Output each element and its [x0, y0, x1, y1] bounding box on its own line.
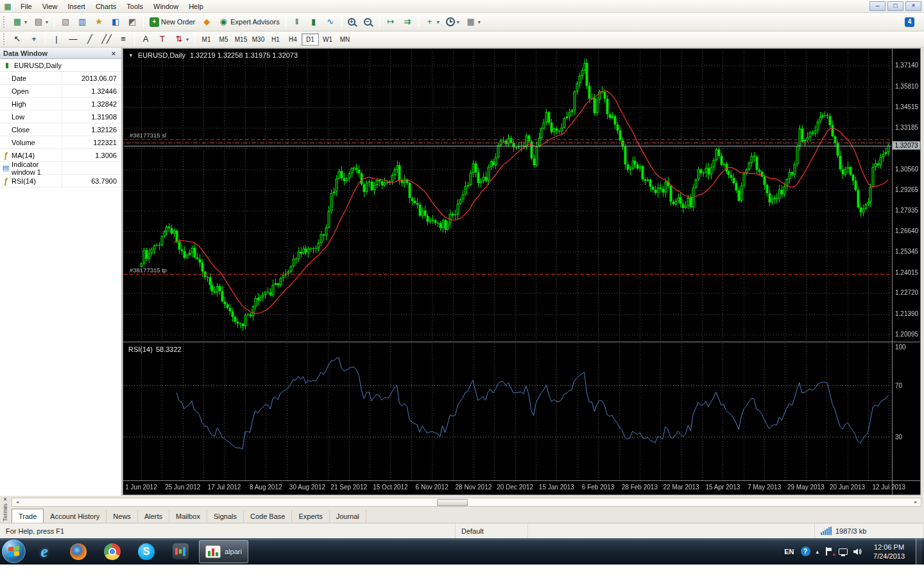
- tab-alerts[interactable]: Alerts: [138, 510, 169, 523]
- templates-button[interactable]: ▦▾: [463, 15, 484, 29]
- chart-candles-icon: ▮: [309, 17, 319, 27]
- text-label-button[interactable]: T: [154, 32, 171, 46]
- internet-explorer-button[interactable]: e: [29, 540, 60, 563]
- auto-scroll-button[interactable]: ↦: [382, 15, 399, 29]
- candlestick-chart-button[interactable]: ▮: [305, 15, 322, 29]
- tab-trade[interactable]: Trade: [12, 509, 44, 523]
- tray-expand-icon[interactable]: ▴: [816, 548, 819, 555]
- firefox-button[interactable]: [63, 540, 94, 563]
- profiles-button[interactable]: ▧: [57, 15, 74, 29]
- navigator-button[interactable]: ★: [90, 15, 107, 29]
- action-center-icon[interactable]: ×: [825, 547, 833, 556]
- menu-tools[interactable]: Tools: [121, 1, 148, 12]
- metatrader-alpari-button[interactable]: alpari: [199, 540, 248, 563]
- indicators-button[interactable]: +▾: [422, 15, 443, 29]
- timeframe-w1[interactable]: W1: [319, 33, 336, 46]
- data-window-row: Date2013.06.07: [0, 72, 121, 85]
- zoom-in-button[interactable]: +: [345, 15, 361, 29]
- price-chart-canvas[interactable]: [123, 49, 920, 495]
- timeframe-mn[interactable]: MN: [336, 33, 354, 46]
- crosshair-button[interactable]: +: [26, 32, 42, 46]
- cursor-button[interactable]: ↖: [9, 32, 26, 46]
- terminal-close-icon[interactable]: ×: [3, 496, 7, 504]
- line-chart-button[interactable]: ∿: [322, 15, 339, 29]
- bar-chart-button[interactable]: ‖: [289, 15, 305, 29]
- skype-icon: S: [138, 543, 155, 560]
- taskbar-clock[interactable]: 12:06 PM 7/24/2013: [869, 543, 909, 561]
- minimize-button[interactable]: –: [869, 1, 886, 11]
- menu-window[interactable]: Window: [148, 1, 184, 12]
- tab-mailbox[interactable]: Mailbox: [169, 510, 207, 523]
- chart-shift-button[interactable]: ⇉: [399, 15, 416, 29]
- scroll-right-icon[interactable]: ▸: [911, 498, 921, 506]
- tab-news[interactable]: News: [107, 510, 138, 523]
- timeframe-m15[interactable]: M15: [232, 33, 250, 46]
- zoom-out-button[interactable]: −: [361, 15, 377, 29]
- menu-view[interactable]: View: [37, 1, 63, 12]
- menu-help[interactable]: Help: [184, 1, 209, 12]
- scrollbar-thumb[interactable]: [437, 499, 468, 506]
- status-spacer: [528, 523, 815, 538]
- data-window-button[interactable]: ◧: [107, 15, 124, 29]
- tab-code-base[interactable]: Code Base: [244, 510, 292, 523]
- display-icon[interactable]: [839, 548, 848, 555]
- trendline-icon: ╱: [85, 34, 95, 44]
- menu-charts[interactable]: Charts: [90, 1, 121, 12]
- tab-account-history[interactable]: Account History: [44, 510, 107, 523]
- trendline-button[interactable]: ╱: [81, 32, 98, 46]
- timeframe-m30[interactable]: M30: [250, 33, 267, 46]
- date-axis-label: 29 May 2013: [787, 484, 825, 491]
- close-button[interactable]: ×: [905, 1, 921, 11]
- periods-button[interactable]: ▾: [443, 15, 463, 29]
- metaeditor-button[interactable]: ◆: [198, 15, 215, 29]
- print-button[interactable]: ▤▾: [30, 15, 51, 29]
- status-profile[interactable]: Default: [456, 523, 528, 538]
- arrows-button[interactable]: ⇅▾: [171, 32, 192, 46]
- restore-button[interactable]: □: [887, 1, 903, 11]
- price-axis-label: 1.24015: [895, 269, 918, 276]
- timeframe-h1[interactable]: H1: [267, 33, 284, 46]
- quick-trade-arrow-icon[interactable]: ▼: [128, 53, 133, 58]
- horizontal-line-button[interactable]: —: [65, 32, 81, 46]
- horizontal-scrollbar[interactable]: ◂ ▸: [12, 498, 921, 507]
- toolbar-group: ↦⇉: [382, 15, 416, 29]
- terminal-vertical-title: Terminal: [2, 504, 8, 521]
- channel-button[interactable]: ╱╱: [98, 32, 115, 46]
- fibonacci-button[interactable]: ≡: [115, 32, 132, 46]
- menu-file[interactable]: File: [15, 1, 37, 12]
- data-window-row: Low1.31908: [0, 110, 121, 123]
- media-app-button[interactable]: [165, 540, 196, 563]
- toolbar-separator: [143, 15, 144, 28]
- tab-experts[interactable]: Experts: [292, 510, 329, 523]
- strategy-tester-button[interactable]: ◩: [124, 15, 141, 29]
- help-icon[interactable]: ?: [801, 547, 810, 556]
- chrome-button[interactable]: [97, 540, 128, 563]
- text-button[interactable]: A: [137, 32, 154, 46]
- scroll-left-icon[interactable]: ◂: [12, 498, 22, 506]
- community-button[interactable]: 4: [902, 15, 918, 29]
- menu-insert[interactable]: Insert: [62, 1, 90, 12]
- tab-signals[interactable]: Signals: [207, 510, 244, 523]
- show-desktop-button[interactable]: [916, 538, 922, 565]
- expert-advisors-button-label: Expert Advisors: [230, 18, 279, 26]
- timeframe-m5[interactable]: M5: [215, 33, 232, 46]
- new-order-button-label: New Order: [161, 18, 195, 26]
- row-label: Open: [12, 87, 62, 95]
- vertical-line-button[interactable]: |: [48, 32, 65, 46]
- timeframe-h4[interactable]: H4: [284, 33, 302, 46]
- skype-button[interactable]: S: [131, 540, 162, 563]
- data-window-symbol-header: ▮ EURUSD,Daily: [0, 59, 121, 72]
- language-indicator[interactable]: EN: [784, 548, 794, 556]
- expert-advisors-button[interactable]: ◉Expert Advisors: [215, 15, 282, 29]
- volume-icon[interactable]: [853, 548, 862, 556]
- profiles-icon: ▧: [60, 17, 71, 27]
- new-chart-button[interactable]: ▦▾: [9, 15, 30, 29]
- new-order-button[interactable]: +New Order: [146, 15, 198, 29]
- start-button[interactable]: [2, 539, 26, 563]
- chart-ohlc-quote: 1.32219 1.32258 1.31975 1.32073: [190, 51, 298, 59]
- timeframe-m1[interactable]: M1: [198, 33, 215, 46]
- market-watch-button[interactable]: ▥: [74, 15, 90, 29]
- tab-journal[interactable]: Journal: [330, 510, 366, 523]
- timeframe-d1[interactable]: D1: [302, 33, 319, 46]
- close-icon[interactable]: ×: [109, 49, 118, 57]
